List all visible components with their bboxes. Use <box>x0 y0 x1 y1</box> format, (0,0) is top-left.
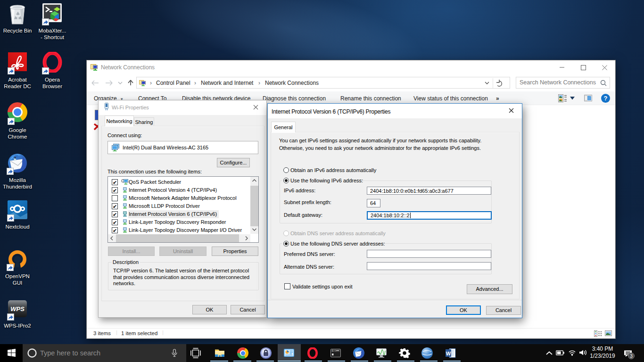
svg-text:C:\: C:\ <box>332 350 336 353</box>
svg-text:W: W <box>446 351 451 356</box>
svg-text:WPS: WPS <box>10 305 25 313</box>
